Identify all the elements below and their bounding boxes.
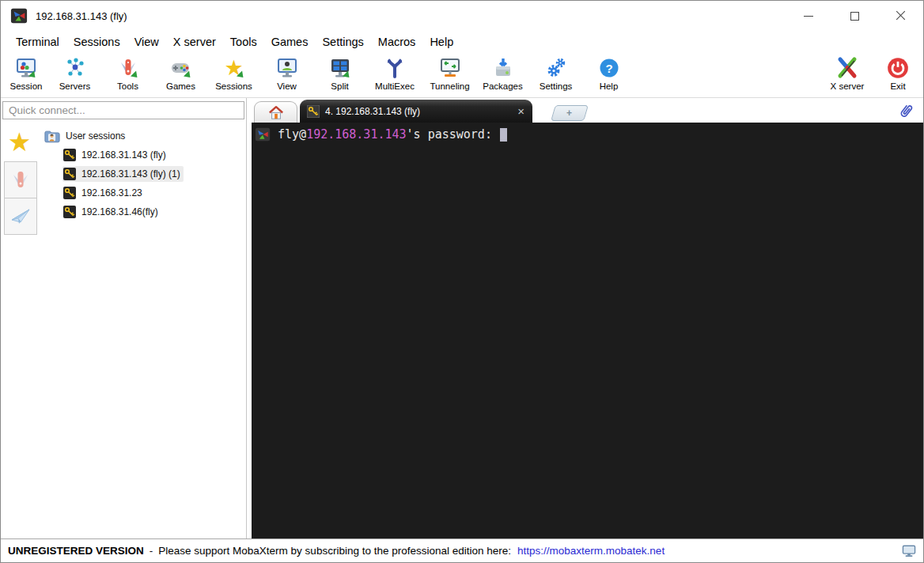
terminal-line: fly@192.168.31.143's password: — [255, 127, 920, 142]
session-icon — [14, 56, 38, 80]
menu-view[interactable]: View — [127, 34, 166, 50]
tab-bar: 4. 192.168.31.143 (fly) × + — [252, 98, 923, 123]
support-message: Please support MobaXterm by subscribing … — [158, 545, 511, 557]
title-bar: 192.168.31.143 (fly) — [1, 1, 923, 31]
session-label: 192.168.31.143 (fly) (1) — [81, 168, 180, 179]
main-area: ★ — [1, 98, 923, 538]
ssh-key-icon — [63, 149, 76, 161]
sessions-tree: User sessions 192.168.31.143 (fly) — [38, 121, 246, 538]
sidebar-tab-sessions[interactable]: ★ — [1, 123, 38, 162]
toolbar-games-button[interactable]: Games — [154, 56, 207, 91]
maximize-icon — [850, 12, 859, 21]
terminal-panel: 4. 192.168.31.143 (fly) × + fly@ — [252, 98, 923, 538]
password-prompt: fly@192.168.31.143's password: — [278, 127, 499, 142]
toolbar-view-button[interactable]: View — [260, 56, 313, 91]
maximize-button[interactable] — [831, 1, 877, 31]
home-icon — [268, 105, 284, 120]
minimize-button[interactable] — [786, 1, 831, 31]
tools-knife-icon — [116, 56, 140, 80]
mobaxterm-window: { "window": { "title": "192.168.31.143 (… — [0, 0, 924, 563]
toolbar-settings-button[interactable]: Settings — [529, 56, 582, 91]
menu-terminal[interactable]: Terminal — [9, 34, 66, 50]
quick-connect-input[interactable] — [2, 101, 244, 119]
mobaxterm-logo-icon — [10, 7, 28, 25]
star-icon: ★ — [8, 131, 32, 153]
ssh-key-icon — [63, 168, 76, 180]
power-icon — [886, 56, 910, 80]
tree-root-user-sessions[interactable]: User sessions — [44, 128, 246, 144]
terminal[interactable]: fly@192.168.31.143's password: — [252, 123, 923, 538]
ssh-key-icon — [307, 105, 320, 118]
sidebar-tab-macros[interactable] — [4, 198, 37, 235]
menu-sessions[interactable]: Sessions — [66, 34, 127, 50]
remote-display-icon[interactable] — [902, 545, 916, 557]
close-button[interactable] — [877, 1, 923, 31]
session-label: 192.168.31.23 — [81, 187, 142, 198]
active-session-tab[interactable]: 4. 192.168.31.143 (fly) × — [300, 100, 532, 123]
menu-bar: Terminal Sessions View X server Tools Ga… — [1, 31, 923, 52]
terminal-cursor — [500, 128, 507, 142]
separator: - — [150, 545, 153, 557]
toolbar-exit-button[interactable]: Exit — [876, 56, 920, 91]
toolbar-xserver-button[interactable]: X server — [819, 56, 876, 91]
menu-games[interactable]: Games — [264, 34, 316, 50]
home-tab[interactable] — [254, 101, 297, 123]
menu-tools[interactable]: Tools — [223, 34, 264, 50]
split-icon — [328, 56, 352, 80]
xserver-icon — [835, 56, 859, 80]
toolbar-split-button[interactable]: Split — [313, 56, 366, 91]
toolbar-multiexec-button[interactable]: MultiExec — [366, 56, 423, 91]
menu-macros[interactable]: Macros — [371, 34, 423, 50]
toolbar-tools-button[interactable]: Tools — [101, 56, 154, 91]
menu-help[interactable]: Help — [422, 34, 460, 50]
ssh-key-icon — [63, 206, 76, 218]
toolbar-session-button[interactable]: Session — [4, 56, 48, 91]
swiss-knife-icon — [9, 168, 32, 192]
tree-session-item-selected[interactable]: 192.168.31.143 (fly) (1) — [62, 166, 184, 182]
packages-icon — [491, 56, 515, 80]
view-monitor-icon — [275, 56, 299, 80]
mobaxterm-logo-icon — [255, 127, 271, 142]
tree-root-label: User sessions — [66, 130, 125, 142]
svg-text:?: ? — [605, 62, 612, 75]
session-label: 192.168.31.46(fly) — [81, 206, 158, 217]
toolbar-help-button[interactable]: ? Help — [582, 56, 635, 91]
session-label: 192.168.31.143 (fly) — [81, 149, 166, 161]
close-icon — [896, 11, 906, 21]
window-title: 192.168.31.143 (fly) — [36, 10, 127, 22]
sidebar-body: ★ — [1, 121, 246, 538]
gears-icon — [544, 56, 568, 80]
menu-settings[interactable]: Settings — [315, 34, 370, 50]
status-bar: UNREGISTERED VERSION - Please support Mo… — [1, 538, 923, 562]
gamepad-icon — [169, 56, 193, 80]
host-ip: 192.168.31.143 — [306, 127, 406, 142]
tree-session-item[interactable]: 192.168.31.46(fly) — [62, 204, 161, 220]
multiexec-fork-icon — [383, 56, 407, 80]
tunneling-icon — [438, 56, 462, 80]
paperclip-icon[interactable] — [898, 102, 914, 119]
mobatek-link[interactable]: https://mobaxterm.mobatek.net — [517, 545, 665, 557]
new-tab-button[interactable]: + — [551, 105, 589, 121]
minimize-icon — [804, 16, 813, 17]
toolbar-packages-button[interactable]: Packages — [476, 56, 529, 91]
sidebar-tab-tools[interactable] — [4, 161, 37, 198]
star-icon: ★ — [222, 56, 246, 80]
paper-plane-icon — [9, 205, 32, 229]
toolbar-sessions-button[interactable]: ★ Sessions — [207, 56, 260, 91]
menu-xserver[interactable]: X server — [166, 34, 223, 50]
user-sessions-folder-icon — [44, 130, 60, 143]
active-tab-label: 4. 192.168.31.143 (fly) — [325, 106, 420, 117]
servers-icon — [63, 56, 87, 80]
plus-icon: + — [566, 108, 572, 119]
sidebar: ★ — [1, 98, 247, 538]
help-icon: ? — [597, 56, 621, 80]
tab-close-icon[interactable]: × — [517, 105, 524, 117]
toolbar-tunneling-button[interactable]: Tunneling — [423, 56, 476, 91]
tree-session-item[interactable]: 192.168.31.23 — [62, 185, 146, 201]
unregistered-version-label: UNREGISTERED VERSION — [8, 545, 144, 557]
toolbar: Session Servers — [1, 52, 923, 98]
window-controls — [786, 1, 923, 31]
tree-session-item[interactable]: 192.168.31.143 (fly) — [62, 147, 169, 163]
toolbar-servers-button[interactable]: Servers — [48, 56, 101, 91]
toolbar-right-group: X server Exit — [819, 56, 920, 91]
